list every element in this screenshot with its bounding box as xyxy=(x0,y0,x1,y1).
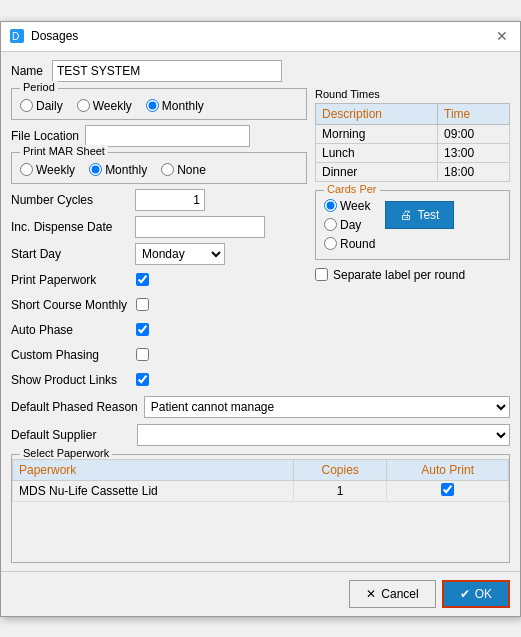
period-group: Period Daily Weekly Monthly xyxy=(11,88,307,120)
cancel-label: Cancel xyxy=(381,587,418,601)
mar-weekly[interactable]: Weekly xyxy=(20,163,75,177)
start-day-select[interactable]: Monday Tuesday Wednesday Thursday Friday… xyxy=(135,243,225,265)
cards-per-round-radio[interactable] xyxy=(324,237,337,250)
file-location-label: File Location xyxy=(11,129,79,143)
paperwork-title: Select Paperwork xyxy=(20,447,112,459)
separate-label-text: Separate label per round xyxy=(333,268,465,282)
short-course-checkbox[interactable] xyxy=(136,298,149,311)
round-time: 09:00 xyxy=(438,124,510,143)
file-location-row: File Location xyxy=(11,125,307,147)
period-monthly[interactable]: Monthly xyxy=(146,99,204,113)
period-daily-label: Daily xyxy=(36,99,63,113)
round-times-row: Morning09:00 xyxy=(316,124,510,143)
default-reason-select[interactable]: Patient cannot manage xyxy=(144,396,510,418)
cards-per-content: Week Day Round 🖨 xyxy=(324,199,501,251)
custom-phasing-checkbox[interactable] xyxy=(136,348,149,361)
printer-icon: 🖨 xyxy=(400,208,412,222)
custom-phasing-row: Custom Phasing xyxy=(11,345,307,365)
ok-icon: ✔ xyxy=(460,587,470,601)
svg-text:D: D xyxy=(12,31,19,42)
number-cycles-row: Number Cycles xyxy=(11,189,307,211)
start-day-label: Start Day xyxy=(11,247,131,261)
period-group-title: Period xyxy=(20,81,58,93)
default-reason-label: Default Phased Reason xyxy=(11,400,138,414)
cancel-icon: ✕ xyxy=(366,587,376,601)
round-times-row: Lunch13:00 xyxy=(316,143,510,162)
period-daily[interactable]: Daily xyxy=(20,99,63,113)
period-weekly-radio[interactable] xyxy=(77,99,90,112)
custom-phasing-label: Custom Phasing xyxy=(11,348,131,362)
cards-per-week[interactable]: Week xyxy=(324,199,375,213)
round-description: Dinner xyxy=(316,162,438,181)
title-bar-left: D Dosages xyxy=(9,28,78,44)
default-supplier-row: Default Supplier xyxy=(11,424,510,446)
start-day-row: Start Day Monday Tuesday Wednesday Thurs… xyxy=(11,243,307,265)
cards-per-title: Cards Per xyxy=(324,183,380,195)
default-supplier-label: Default Supplier xyxy=(11,428,131,442)
auto-phase-label: Auto Phase xyxy=(11,323,131,337)
cards-per-day-radio[interactable] xyxy=(324,218,337,231)
mar-monthly-label: Monthly xyxy=(105,163,147,177)
mar-monthly[interactable]: Monthly xyxy=(89,163,147,177)
show-product-checkbox[interactable] xyxy=(136,373,149,386)
dosages-window: D Dosages ✕ Name Period Daily xyxy=(0,21,521,617)
paperwork-name: MDS Nu-Life Cassette Lid xyxy=(13,480,294,501)
period-weekly-label: Weekly xyxy=(93,99,132,113)
print-paperwork-row: Print Paperwork xyxy=(11,270,307,290)
name-row: Name xyxy=(11,60,510,82)
inc-dispense-input[interactable] xyxy=(135,216,265,238)
paperwork-group: Select Paperwork Paperwork Copies Auto P… xyxy=(11,454,510,563)
cancel-button[interactable]: ✕ Cancel xyxy=(349,580,435,608)
cards-per-round-label: Round xyxy=(340,237,375,251)
period-daily-radio[interactable] xyxy=(20,99,33,112)
show-product-row: Show Product Links xyxy=(11,370,307,390)
cards-per-week-label: Week xyxy=(340,199,370,213)
cards-per-week-radio[interactable] xyxy=(324,199,337,212)
title-bar: D Dosages ✕ xyxy=(1,22,520,52)
ok-button[interactable]: ✔ OK xyxy=(442,580,510,608)
mar-none[interactable]: None xyxy=(161,163,206,177)
name-input[interactable] xyxy=(52,60,282,82)
file-location-input[interactable] xyxy=(85,125,250,147)
close-button[interactable]: ✕ xyxy=(492,26,512,46)
mar-row: Weekly Monthly None xyxy=(20,163,298,177)
paperwork-col-autoprint: Auto Print xyxy=(387,459,509,480)
name-label: Name xyxy=(11,64,46,78)
ok-label: OK xyxy=(475,587,492,601)
period-row: Daily Weekly Monthly xyxy=(20,99,298,113)
print-paperwork-label: Print Paperwork xyxy=(11,273,131,287)
cards-per-day-label: Day xyxy=(340,218,361,232)
inc-dispense-row: Inc. Dispense Date xyxy=(11,216,307,238)
round-times-section: Round Times Description Time Morning09:0… xyxy=(315,88,510,182)
round-times-table: Description Time Morning09:00Lunch13:00D… xyxy=(315,103,510,182)
separate-label-checkbox[interactable] xyxy=(315,268,328,281)
period-monthly-radio[interactable] xyxy=(146,99,159,112)
cards-per-day[interactable]: Day xyxy=(324,218,375,232)
default-supplier-select[interactable] xyxy=(137,424,510,446)
print-paperwork-checkbox[interactable] xyxy=(136,273,149,286)
print-mar-group: Print MAR Sheet Weekly Monthly None xyxy=(11,152,307,184)
main-body: Period Daily Weekly Monthly xyxy=(11,88,510,390)
cards-per-round[interactable]: Round xyxy=(324,237,375,251)
paperwork-empty-area xyxy=(12,502,509,562)
period-weekly[interactable]: Weekly xyxy=(77,99,132,113)
auto-phase-checkbox[interactable] xyxy=(136,323,149,336)
number-cycles-input[interactable] xyxy=(135,189,205,211)
number-cycles-label: Number Cycles xyxy=(11,193,131,207)
default-reason-row: Default Phased Reason Patient cannot man… xyxy=(11,396,510,418)
mar-weekly-radio[interactable] xyxy=(20,163,33,176)
mar-weekly-label: Weekly xyxy=(36,163,75,177)
short-course-row: Short Course Monthly xyxy=(11,295,307,315)
paperwork-autoprint-checkbox[interactable] xyxy=(441,483,454,496)
paperwork-autoprint-cell xyxy=(387,480,509,501)
mar-monthly-radio[interactable] xyxy=(89,163,102,176)
paperwork-col-name: Paperwork xyxy=(13,459,294,480)
cards-per-radios: Week Day Round xyxy=(324,199,375,251)
mar-none-radio[interactable] xyxy=(161,163,174,176)
auto-phase-row: Auto Phase xyxy=(11,320,307,340)
main-content: Name Period Daily Weekly xyxy=(1,52,520,571)
print-mar-title: Print MAR Sheet xyxy=(20,145,108,157)
round-description: Morning xyxy=(316,124,438,143)
test-button[interactable]: 🖨 Test xyxy=(385,201,454,229)
col-description: Description xyxy=(316,103,438,124)
